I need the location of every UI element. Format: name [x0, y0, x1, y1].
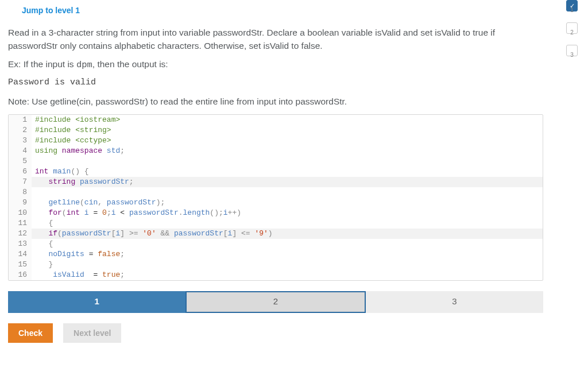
code-content[interactable]: getline(cin, passwordStr); — [32, 198, 165, 208]
code-content[interactable] — [32, 156, 35, 167]
code-line[interactable]: 13 { — [9, 239, 543, 249]
example-input-code: dpm — [76, 60, 92, 70]
step-tab-1[interactable]: 1 — [8, 291, 185, 313]
code-content[interactable]: #include <cctype> — [32, 136, 111, 146]
line-number: 11 — [9, 218, 32, 229]
code-line[interactable]: 1#include <iostream> — [9, 115, 543, 125]
progress-label: 3 — [570, 51, 574, 59]
example-prefix: Ex: If the input is — [8, 59, 76, 69]
code-content[interactable]: using namespace std; — [32, 146, 125, 156]
code-line[interactable]: 16 isValid = true; — [9, 270, 543, 280]
code-line[interactable]: 10 for(int i = 0;i < passwordStr.length(… — [9, 208, 543, 218]
step-tab-3[interactable]: 3 — [366, 291, 543, 313]
step-tab-2[interactable]: 2 — [185, 291, 365, 313]
code-line[interactable]: 12 if(passwordStr[i] >= '0' && passwordS… — [9, 229, 543, 239]
code-line[interactable]: 11 { — [9, 218, 543, 229]
code-content[interactable]: for(int i = 0;i < passwordStr.length();i… — [32, 208, 241, 218]
example-output: Password is valid — [8, 76, 543, 90]
code-content[interactable]: { — [32, 218, 53, 229]
line-number: 12 — [9, 229, 32, 239]
code-content[interactable]: noDigits = false; — [32, 249, 125, 260]
code-content[interactable]: int main() { — [32, 167, 89, 177]
line-number: 4 — [9, 146, 32, 156]
line-number: 9 — [9, 198, 32, 208]
line-number: 10 — [9, 208, 32, 218]
jump-to-level-link[interactable]: Jump to level 1 — [22, 5, 80, 17]
code-content[interactable]: isValid = true; — [32, 270, 125, 280]
instructions-example: Ex: If the input is dpm, then the output… — [8, 57, 543, 72]
instructions-paragraph-1: Read in a 3-character string from input … — [8, 26, 543, 53]
line-number: 2 — [9, 125, 32, 136]
example-suffix: , then the output is: — [92, 59, 168, 69]
line-number: 13 — [9, 239, 32, 249]
check-button[interactable]: Check — [8, 323, 53, 343]
line-number: 5 — [9, 156, 32, 167]
code-line[interactable]: 2#include <string> — [9, 125, 543, 136]
code-line[interactable]: 15 } — [9, 260, 543, 270]
line-number: 6 — [9, 167, 32, 177]
line-number: 7 — [9, 177, 32, 187]
code-content[interactable] — [32, 187, 35, 198]
code-editor[interactable]: 1#include <iostream>2#include <string>3#… — [8, 114, 543, 281]
progress-label: 2 — [570, 28, 574, 37]
code-line[interactable]: 5 — [9, 156, 543, 167]
code-content[interactable]: { — [32, 239, 53, 249]
next-level-button: Next level — [63, 323, 121, 343]
code-line[interactable]: 7 string passwordStr; — [9, 177, 543, 187]
line-number: 1 — [9, 115, 32, 125]
instructions-note: Note: Use getline(cin, passwordStr) to r… — [8, 95, 543, 108]
code-line[interactable]: 14 noDigits = false; — [9, 249, 543, 260]
code-content[interactable]: if(passwordStr[i] >= '0' && passwordStr[… — [32, 229, 273, 239]
line-number: 14 — [9, 249, 32, 260]
code-content[interactable]: #include <iostream> — [32, 115, 120, 125]
code-line[interactable]: 4using namespace std; — [9, 146, 543, 156]
code-line[interactable]: 8 — [9, 187, 543, 198]
line-number: 15 — [9, 260, 32, 270]
line-number: 16 — [9, 270, 32, 280]
code-content[interactable]: } — [32, 260, 53, 270]
progress-label: 1 — [570, 6, 574, 14]
code-line[interactable]: 9 getline(cin, passwordStr); — [9, 198, 543, 208]
code-line[interactable]: 3#include <cctype> — [9, 136, 543, 146]
code-content[interactable]: string passwordStr; — [32, 177, 134, 187]
progress-column: ✓123 — [566, 0, 578, 59]
code-content[interactable]: #include <string> — [32, 125, 111, 136]
line-number: 8 — [9, 187, 32, 198]
line-number: 3 — [9, 136, 32, 146]
code-line[interactable]: 6int main() { — [9, 167, 543, 177]
step-tabs: 123 — [8, 291, 543, 313]
